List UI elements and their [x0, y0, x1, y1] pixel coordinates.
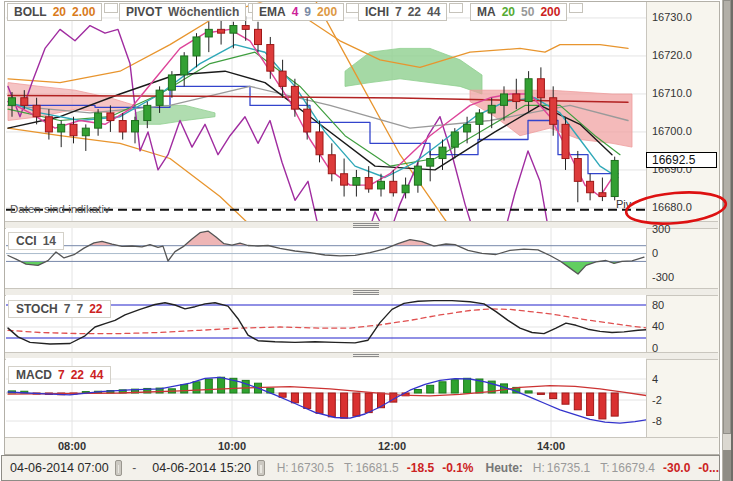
indicator-param: 50 [521, 5, 534, 19]
indicator-param: 7 [64, 302, 71, 316]
time-axis-row [5, 437, 718, 454]
indicator-name: CCI [16, 234, 37, 248]
axis-tick-label: -8 [652, 415, 714, 427]
macd-panel-label[interactable]: MACD72244 [8, 366, 111, 384]
indicator-stub-box[interactable] [449, 3, 463, 13]
cci-panel-label[interactable]: CCI14 [8, 232, 64, 250]
candle-up [95, 113, 102, 128]
cci-line [8, 231, 644, 274]
candle-up [205, 29, 212, 37]
trading-chart-window: BOLL202.00PIVOTWöchentlichEMA49200ICHI72… [0, 0, 733, 481]
date-from-field[interactable]: 04-06-2014 07:00 [10, 461, 109, 475]
candle-up [353, 178, 360, 186]
indicator-box-ema[interactable]: EMA49200 [252, 3, 344, 21]
date-to-field[interactable]: 04-06-2014 15:20 [152, 461, 251, 475]
macd-hist-up [218, 377, 225, 393]
candle-down [587, 181, 594, 192]
axis-tick-label: 300 [652, 223, 714, 235]
candle-down [107, 113, 114, 121]
macd-hist-down [365, 393, 372, 413]
macd-hist-down [574, 393, 581, 410]
today-low-value: 16679.4 [612, 461, 655, 475]
candle-down [304, 109, 311, 132]
indicator-name: EMA [259, 5, 286, 19]
macd-hist-down [537, 393, 544, 394]
high-label: H: [277, 461, 289, 475]
axis-tick-label: 80 [652, 299, 714, 311]
indicator-name: MA [477, 5, 496, 19]
candle-up [488, 105, 495, 113]
low-value: 16681.5 [355, 461, 398, 475]
candle-up [414, 166, 421, 185]
candle-down [45, 117, 52, 132]
today-change-value: -30.0 [663, 461, 690, 475]
macd-hist-up [414, 390, 421, 394]
axis-tick-label: 16720.0 [652, 49, 714, 61]
indicator-param: 200 [317, 5, 337, 19]
candle-up [156, 90, 163, 105]
candle-up [476, 113, 483, 124]
macd-hist-down [291, 393, 298, 403]
indicator-param: 44 [427, 5, 440, 19]
indicator-name: ICHI [365, 5, 389, 19]
candle-up [132, 121, 139, 132]
axis-tick-label: 0 [652, 342, 714, 354]
indicator-param: Wöchentlich [168, 5, 239, 19]
macd-hist-up [193, 382, 200, 393]
candle-down [119, 121, 126, 132]
indicator-param: 200 [540, 5, 560, 19]
indicator-param: 22 [89, 302, 102, 316]
indicator-box-boll[interactable]: BOLL202.00 [7, 3, 102, 21]
candle-down [328, 155, 335, 174]
candle-down [390, 181, 397, 192]
candle-up [230, 26, 237, 34]
today-label: Heute: [486, 461, 523, 475]
axis-tick-label: 4 [652, 373, 714, 385]
indicator-box-ma[interactable]: MA2050200 [470, 3, 567, 21]
scrollbar-thumb[interactable] [723, 0, 731, 434]
calendar-icon[interactable] [115, 460, 123, 476]
time-tick-label: 14:00 [529, 440, 573, 452]
scrollbar-bottom-segment[interactable] [723, 450, 731, 481]
macd-hist-down [341, 393, 348, 418]
macd-hist-down [587, 393, 594, 415]
macd-hist-up [181, 385, 188, 393]
axis-tick-label: 16730.0 [652, 11, 714, 23]
candle-up [501, 94, 508, 105]
change-value: -18.5 [407, 461, 434, 475]
candle-down [365, 178, 372, 189]
today-change-percent: -0... [698, 461, 719, 475]
indicator-param: 22 [408, 5, 421, 19]
main-price-chart[interactable] [6, 2, 646, 222]
calendar-icon[interactable] [257, 460, 265, 476]
candle-down [70, 124, 77, 135]
macd-hist-up [451, 380, 458, 393]
stoch-panel-label[interactable]: STOCH7722 [8, 300, 111, 318]
today-high-label: H: [533, 461, 545, 475]
candle-down [218, 29, 225, 33]
macd-hist-down [328, 393, 335, 417]
axis-tick-label: 0 [652, 247, 714, 259]
macd-hist-up [525, 391, 532, 393]
date-range-separator: - [132, 461, 136, 475]
today-high-value: 16735.1 [547, 461, 590, 475]
indicator-box-pivot[interactable]: PIVOTWöchentlich [119, 3, 246, 21]
candle-down [574, 159, 581, 182]
indicator-stub-box[interactable] [569, 3, 583, 13]
candle-down [21, 98, 28, 106]
indicator-param: 4 [292, 5, 299, 19]
indicator-param: 7 [395, 5, 402, 19]
candle-up [427, 159, 434, 167]
pivot-line-label: Piv [616, 198, 631, 210]
cci-indicator-chart[interactable] [6, 228, 646, 288]
macd-hist-down [611, 393, 618, 416]
time-tick-label: 12:00 [370, 440, 414, 452]
macd-hist-down [353, 393, 360, 416]
status-bar: 04-06-2014 07:00 - 04-06-2014 15:20 H: 1… [1, 455, 720, 481]
candle-up [168, 75, 175, 90]
indicator-param: 7 [58, 368, 65, 382]
indicator-stub-box[interactable] [104, 3, 118, 13]
axis-tick-label: 16710.0 [652, 87, 714, 99]
indicator-box-ichi[interactable]: ICHI72244 [358, 3, 447, 21]
axis-tick-label: 16680.0 [652, 201, 714, 213]
